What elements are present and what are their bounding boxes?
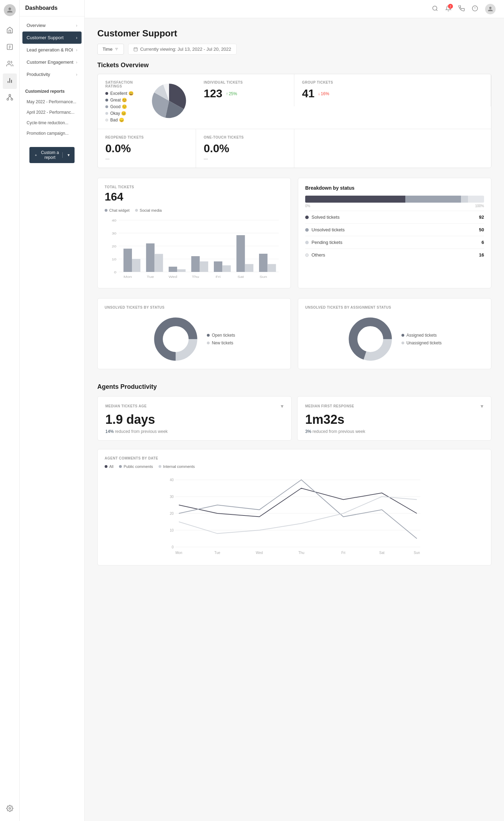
svg-text:30: 30 [170, 495, 174, 499]
svg-text:Sat: Sat [379, 551, 384, 555]
svg-text:0: 0 [172, 545, 174, 549]
svg-point-61 [164, 327, 188, 351]
median-age-card: MEDIAN TICKETS AGE ▾ 1.9 days 14% reduce… [97, 396, 292, 441]
expand-icon[interactable]: ▾ [281, 403, 284, 409]
svg-text:10: 10 [112, 258, 117, 261]
unsolved-assignment-card: UNSOLVED TICKETS BY ASSIGNMENT STATUS As… [298, 298, 491, 369]
unsolved-status-donut [153, 316, 198, 362]
satisfaction-excellent: Excellent 😄 [105, 91, 141, 96]
bell-icon[interactable] [472, 5, 478, 13]
svg-rect-40 [146, 244, 154, 272]
custom-report-button[interactable]: Custom a report ▾ [29, 147, 75, 163]
median-response-card: MEDIAN FIRST RESPONSE ▾ 1m32s 3% reduced… [297, 396, 491, 441]
satisfaction-pie-chart [150, 82, 188, 121]
svg-line-17 [436, 9, 437, 10]
satisfaction-bad: Bad 😞 [105, 118, 141, 122]
chevron-right-icon: › [76, 23, 77, 28]
line-chart-legend: All Public comments Internal comments [105, 464, 484, 469]
custom-report-4[interactable]: Promotion campaign... [20, 128, 84, 139]
satisfaction-card: SATISFACTION RATINGS Excellent 😄 Great 😊 [98, 74, 196, 129]
svg-rect-38 [124, 249, 132, 272]
icon-sidebar [0, 0, 20, 821]
svg-text:Fri: Fri [341, 551, 345, 555]
settings-icon[interactable] [3, 801, 17, 817]
assigned-tickets-legend: Assigned tickets [401, 333, 442, 338]
customized-section-title: Customized reports [20, 83, 84, 97]
svg-rect-48 [237, 235, 245, 272]
satisfaction-okay: Okay 😐 [105, 111, 141, 116]
svg-rect-45 [200, 261, 208, 272]
people-icon[interactable] [3, 57, 17, 72]
nav-item-productivity[interactable]: Productivity › [20, 68, 84, 80]
nav-item-customer-support[interactable]: Customer Support › [22, 31, 82, 44]
svg-rect-39 [132, 259, 140, 272]
nav-item-overview[interactable]: Overview › [20, 19, 84, 31]
svg-text:30: 30 [112, 232, 117, 235]
svg-rect-47 [222, 265, 231, 272]
app-title: Dashboards [25, 5, 57, 11]
unsolved-assignment-donut [348, 316, 393, 362]
tickets-overview-title: Tickets Overview [97, 62, 491, 69]
svg-point-9 [7, 98, 8, 100]
individual-trend: ↑ 25% [226, 91, 237, 96]
svg-text:Wed: Wed [169, 275, 177, 279]
chart-icon[interactable] [3, 73, 17, 89]
agent-comments-chart: AGENT COMMENTS BY DATE All Public commen… [97, 449, 491, 566]
phone-icon[interactable] [458, 5, 465, 13]
svg-line-12 [10, 96, 12, 99]
svg-rect-46 [214, 261, 222, 272]
nav-item-engagement[interactable]: Customer Engagement › [20, 56, 84, 68]
total-tickets-chart: TOTAL TICKETS 164 Chat widget Social med… [97, 178, 291, 288]
tasks-icon[interactable] [3, 40, 17, 55]
svg-text:20: 20 [112, 245, 117, 248]
bar-chart-svg: 40 30 20 10 0 [105, 217, 284, 280]
user-profile-icon[interactable] [485, 4, 496, 14]
nav-sidebar: Dashboards Overview › Customer Support ›… [20, 0, 85, 821]
svg-text:Mon: Mon [124, 275, 132, 279]
page-title: Customer Support [97, 28, 491, 39]
svg-point-10 [11, 98, 13, 100]
svg-text:Thu: Thu [298, 551, 304, 555]
svg-text:10: 10 [170, 528, 174, 532]
chevron-right-icon: › [76, 48, 77, 52]
group-tickets-card: GROUP TICKETS 41 ↓ 16% [294, 74, 491, 106]
svg-text:40: 40 [112, 219, 117, 222]
one-touch-tickets-card: ONE-TOUCH TICKETS 0.0% — [196, 129, 294, 168]
expand-icon-2[interactable]: ▾ [481, 403, 483, 409]
svg-text:20: 20 [170, 512, 174, 515]
new-tickets-legend: New tickets [207, 341, 235, 345]
svg-text:Sun: Sun [259, 275, 267, 279]
breakdown-status-card: Breakdown by status 0%100% S [298, 178, 491, 288]
svg-text:Wed: Wed [256, 551, 263, 555]
date-range-badge: Currently viewing: Jul 13, 2022 - Jul 20… [128, 44, 236, 55]
svg-text:Sat: Sat [238, 275, 244, 279]
svg-rect-44 [191, 256, 200, 272]
line-chart-svg: 40 30 20 10 0 Mon T [105, 473, 484, 557]
satisfaction-good: Good 🙂 [105, 104, 141, 109]
svg-rect-49 [245, 264, 253, 272]
svg-text:0: 0 [114, 271, 117, 274]
svg-rect-42 [169, 267, 177, 272]
svg-point-13 [9, 808, 10, 809]
chevron-right-icon: › [76, 60, 77, 65]
chevron-right-icon: › [76, 72, 77, 77]
dropdown-caret-icon: ▾ [68, 153, 70, 157]
search-topbar-icon[interactable] [432, 5, 438, 13]
custom-report-2[interactable]: April 2022 - Performanc... [20, 107, 84, 118]
nav-item-lead-gen[interactable]: Lead generation & ROI › [20, 44, 84, 56]
breakdown-items: Solved tickets 92 Unsolved tickets 50 Pe… [305, 211, 484, 261]
svg-rect-24 [134, 48, 138, 51]
home-icon[interactable] [3, 23, 17, 38]
custom-report-3[interactable]: Cycle-time reduction... [20, 118, 84, 128]
svg-text:Tue: Tue [147, 275, 154, 279]
notification-icon[interactable]: 2 [445, 5, 451, 13]
custom-report-1[interactable]: May 2022 - Performance... [20, 97, 84, 107]
chevron-right-icon: › [76, 35, 77, 40]
user-avatar[interactable] [4, 4, 16, 16]
svg-point-64 [358, 327, 382, 351]
svg-text:Sun: Sun [414, 551, 420, 555]
time-filter-button[interactable]: Time [97, 44, 124, 55]
open-tickets-legend: Open tickets [207, 333, 235, 338]
flow-icon[interactable] [3, 90, 17, 106]
svg-text:Tue: Tue [215, 551, 220, 555]
